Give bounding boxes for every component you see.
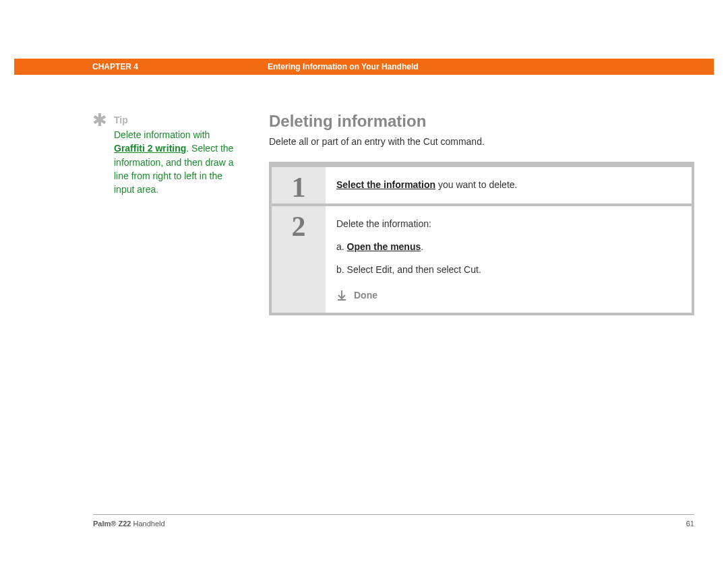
steps-container: 1 Select the information you want to del… [269,162,694,315]
chapter-label: CHAPTER 4 [14,62,138,71]
down-arrow-icon [336,290,347,301]
step2-sub-a: a. Open the menus. [336,241,681,252]
graffiti-link[interactable]: Graffiti 2 writing [114,143,186,154]
select-info-link[interactable]: Select the information [336,179,435,190]
open-menus-link[interactable]: Open the menus [347,241,421,252]
step-row: 2 Delete the information: a. Open the me… [272,206,692,313]
tip-text-before: Delete information with [114,129,210,140]
step2-sub-b: b. Select Edit, and then select Cut. [336,264,681,275]
step-body: Select the information you want to delet… [326,167,692,204]
sub-a-suffix: . [421,241,423,252]
footer-brand-rest: Handheld [131,520,164,528]
page-number: 61 [686,520,694,528]
step-number: 2 [272,206,326,313]
tip-header: ✱ Tip [92,115,241,125]
step-number: 1 [272,167,326,204]
done-label: Done [354,290,377,301]
tip-sidebar: ✱ Tip Delete information with Graffiti 2… [92,115,241,196]
footer-divider [93,514,694,515]
step1-suffix: you want to delete. [435,179,517,190]
chapter-header-bar: CHAPTER 4 Entering Information on Your H… [14,59,714,75]
tip-body: Delete information with Graffiti 2 writi… [114,128,241,196]
footer-brand: Palm® Z22 Handheld [93,520,165,528]
asterisk-icon: ✱ [92,116,107,125]
page-title: Deleting information [269,112,694,131]
tip-label: Tip [114,115,128,125]
done-row: Done [336,290,681,301]
section-title: Entering Information on Your Handheld [138,62,419,71]
step-body: Delete the information: a. Open the menu… [326,206,692,313]
footer-brand-bold: Palm® Z22 [93,520,131,528]
intro-text: Delete all or part of an entry with the … [269,136,694,147]
sub-a-prefix: a. [336,241,347,252]
main-content: Deleting information Delete all or part … [269,112,694,315]
page-footer: Palm® Z22 Handheld 61 [93,520,694,528]
step-row: 1 Select the information you want to del… [272,167,692,204]
step2-line1: Delete the information: [336,218,681,229]
